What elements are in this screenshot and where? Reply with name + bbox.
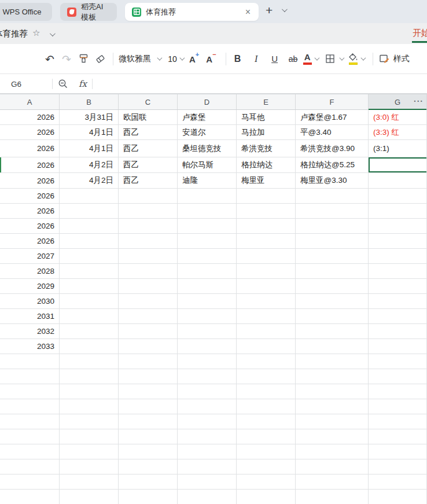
decrease-font-button[interactable]: A− xyxy=(206,53,216,64)
undo-button[interactable]: ↶ xyxy=(43,51,56,67)
cell-G9[interactable] xyxy=(369,204,427,219)
cell-F3[interactable]: 卢森堡@1.67 xyxy=(296,110,369,125)
cell-A12[interactable]: 2027 xyxy=(0,249,60,264)
cell-C17[interactable] xyxy=(119,324,178,339)
cell-C22[interactable] xyxy=(119,399,178,414)
cell-D15[interactable] xyxy=(178,294,237,309)
cell-F22[interactable] xyxy=(296,399,369,414)
cell-F18[interactable] xyxy=(296,339,369,354)
cell-G24[interactable] xyxy=(369,429,427,444)
cell-G23[interactable] xyxy=(369,414,427,429)
cell-D19[interactable] xyxy=(178,354,237,369)
bold-button[interactable]: B xyxy=(231,51,244,67)
cell-D23[interactable] xyxy=(178,414,237,429)
italic-button[interactable]: I xyxy=(250,51,263,67)
new-tab-chevron-down-icon[interactable] xyxy=(282,6,288,12)
cell-D27[interactable] xyxy=(178,474,237,490)
cell-D17[interactable] xyxy=(178,324,237,339)
cell-B12[interactable] xyxy=(60,249,119,264)
cell-D11[interactable] xyxy=(178,234,237,249)
cell-D3[interactable]: 卢森堡 xyxy=(178,110,237,125)
cell-A14[interactable]: 2029 xyxy=(0,279,60,294)
cell-C26[interactable] xyxy=(119,459,178,474)
cell-E13[interactable] xyxy=(237,264,296,279)
cell-E18[interactable] xyxy=(237,339,296,354)
cell-B16[interactable] xyxy=(60,309,119,324)
borders-button[interactable] xyxy=(324,51,337,67)
cell-A15[interactable]: 2030 xyxy=(0,294,60,309)
column-header-B[interactable]: B xyxy=(60,94,119,109)
cell-A27[interactable] xyxy=(0,474,60,490)
cell-B23[interactable] xyxy=(60,414,119,429)
cell-C10[interactable] xyxy=(119,219,178,234)
cell-D21[interactable] xyxy=(178,384,237,399)
cell-E23[interactable] xyxy=(237,414,296,429)
cell-A16[interactable]: 2031 xyxy=(0,309,60,324)
font-size-chevron-down-icon[interactable] xyxy=(179,56,185,61)
star-favorite-icon[interactable]: ☆ xyxy=(32,28,40,38)
cell-B3[interactable]: 3月31日 xyxy=(60,110,119,125)
cell-F9[interactable] xyxy=(296,204,369,219)
cell-C21[interactable] xyxy=(119,384,178,399)
increase-font-button[interactable]: A+ xyxy=(189,53,199,64)
cell-C19[interactable] xyxy=(119,354,178,369)
cell-D26[interactable] xyxy=(178,459,237,474)
cell-B19[interactable] xyxy=(60,354,119,369)
cell-E11[interactable] xyxy=(237,234,296,249)
cell-A17[interactable]: 2032 xyxy=(0,324,60,339)
cell-G5[interactable]: (3:1) xyxy=(369,140,427,157)
cell-D14[interactable] xyxy=(178,279,237,294)
column-header-F[interactable]: F xyxy=(296,94,369,109)
cell-C13[interactable] xyxy=(119,264,178,279)
cell-E12[interactable] xyxy=(237,249,296,264)
cell-B11[interactable] xyxy=(60,234,119,249)
tab-wps-office[interactable]: WPS Office xyxy=(0,3,52,21)
cell-D28[interactable] xyxy=(178,490,237,504)
cell-F24[interactable] xyxy=(296,429,369,444)
cell-A22[interactable] xyxy=(0,399,60,414)
cell-E4[interactable]: 马拉加 xyxy=(237,125,296,140)
cell-G11[interactable] xyxy=(369,234,427,249)
cell-E14[interactable] xyxy=(237,279,296,294)
cell-style-icon[interactable] xyxy=(378,51,391,67)
cell-C24[interactable] xyxy=(119,429,178,444)
cell-F20[interactable] xyxy=(296,369,369,384)
fill-color-button[interactable] xyxy=(349,53,358,65)
font-size-select[interactable]: 10 xyxy=(167,54,178,64)
cell-E8[interactable] xyxy=(237,189,296,204)
cell-F21[interactable] xyxy=(296,384,369,399)
cell-B15[interactable] xyxy=(60,294,119,309)
cell-D10[interactable] xyxy=(178,219,237,234)
cell-G18[interactable] xyxy=(369,339,427,354)
cell-A11[interactable]: 2026 xyxy=(0,234,60,249)
cell-B10[interactable] xyxy=(60,219,119,234)
cell-D4[interactable]: 安道尔 xyxy=(178,125,237,140)
cell-A13[interactable]: 2028 xyxy=(0,264,60,279)
cell-E3[interactable]: 马耳他 xyxy=(237,110,296,125)
cell-G7[interactable] xyxy=(369,173,427,189)
cell-F10[interactable] xyxy=(296,219,369,234)
cell-B5[interactable]: 4月1日 xyxy=(60,140,119,157)
cell-D12[interactable] xyxy=(178,249,237,264)
cell-B18[interactable] xyxy=(60,339,119,354)
cell-A7[interactable]: 2026 xyxy=(0,173,60,189)
cell-C4[interactable]: 西乙 xyxy=(119,125,178,140)
cell-G26[interactable] xyxy=(369,459,427,474)
tab-sports-recommend[interactable]: 体育推荐 × xyxy=(125,3,259,21)
cell-B13[interactable] xyxy=(60,264,119,279)
font-family-chevron-down-icon[interactable] xyxy=(157,56,162,61)
cell-A20[interactable] xyxy=(0,369,60,384)
cell-F11[interactable] xyxy=(296,234,369,249)
cell-D24[interactable] xyxy=(178,429,237,444)
cell-style-button[interactable]: 样式 xyxy=(393,54,410,64)
cell-C15[interactable] xyxy=(119,294,178,309)
column-header-D[interactable]: D xyxy=(178,94,237,109)
cell-A5[interactable]: 2026 xyxy=(0,140,60,157)
cell-F12[interactable] xyxy=(296,249,369,264)
cell-C20[interactable] xyxy=(119,369,178,384)
cell-F28[interactable] xyxy=(296,490,369,504)
cell-G3[interactable]: (3:0) 红 xyxy=(369,110,427,125)
cell-G25[interactable] xyxy=(369,444,427,459)
cell-E15[interactable] xyxy=(237,294,296,309)
tab-docer-ai[interactable]: 稻壳AI模板 xyxy=(60,3,117,21)
